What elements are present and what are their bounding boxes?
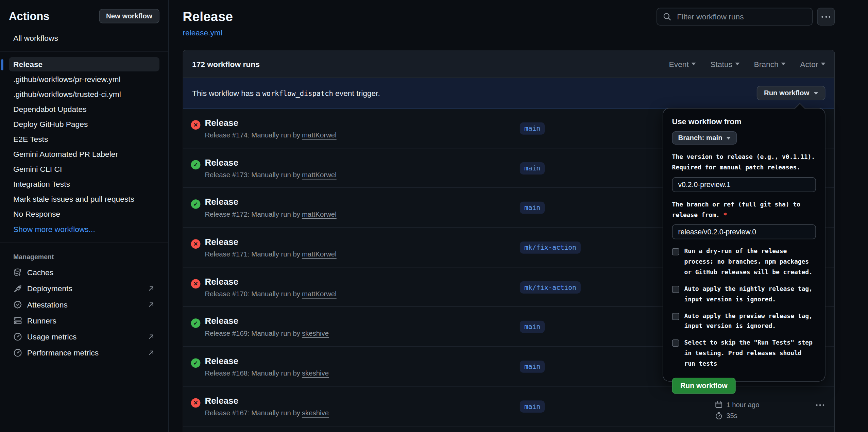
run-actor-link[interactable]: skeshive — [302, 409, 329, 417]
sidebar-management-item[interactable]: Caches — [9, 265, 159, 280]
workflow-file-link[interactable]: release.yml — [183, 28, 233, 37]
sidebar-workflow-item[interactable]: Gemini Automated PR Labeler — [9, 147, 159, 161]
page-title: Release — [183, 9, 233, 24]
sidebar-management-item[interactable]: Attestations — [9, 297, 159, 313]
dialog-checkbox-row[interactable]: Auto apply the preview release tag, inpu… — [672, 311, 816, 332]
sidebar-workflow-item[interactable]: Gemini CLI CI — [9, 162, 159, 176]
run-actor-link[interactable]: skeshive — [302, 369, 329, 377]
run-title-link[interactable]: Release — [205, 356, 238, 366]
external-link-icon — [147, 349, 155, 357]
filter-runs-searchbox[interactable] — [657, 8, 813, 26]
status-success-icon: ✓ — [191, 319, 201, 328]
sidebar-workflow-item[interactable]: E2E Tests — [9, 132, 159, 146]
status-success-icon: ✓ — [191, 160, 201, 169]
show-more-workflows-link[interactable]: Show more workflows... — [9, 221, 159, 237]
run-actor-link[interactable]: mattKorwel — [302, 290, 337, 298]
run-actor-link[interactable]: mattKorwel — [302, 211, 337, 218]
run-title-link[interactable]: Release — [205, 237, 238, 247]
sidebar-workflow-item[interactable]: .github/workflows/trusted-ci.yml — [9, 87, 159, 101]
checkbox[interactable] — [672, 313, 679, 320]
management-nav-list: Caches Deployments — [9, 265, 159, 361]
sidebar-management-item[interactable]: Runners — [9, 313, 159, 329]
run-description: Release #169: Manually run byskeshive — [205, 330, 329, 337]
sidebar-workflow-item[interactable]: Integration Tests — [9, 177, 159, 191]
new-workflow-button[interactable]: New workflow — [99, 9, 159, 23]
version-input[interactable] — [672, 177, 816, 192]
sidebar-workflow-item[interactable]: Release — [9, 57, 159, 71]
run-workflow-dropdown-button[interactable]: Run workflow — [757, 86, 826, 100]
rocket-icon — [13, 284, 22, 293]
run-actor-link[interactable]: mattKorwel — [302, 171, 337, 179]
event-code: workflow_dispatch — [262, 89, 333, 97]
run-actor-link[interactable]: mattKorwel — [302, 250, 337, 258]
checkbox[interactable] — [672, 340, 679, 347]
run-title-link[interactable]: Release — [205, 316, 238, 326]
branch-badge[interactable]: mk/fix-action — [520, 281, 581, 294]
chevron-down-icon — [726, 136, 731, 139]
external-link-icon — [147, 333, 155, 341]
runs-list-header: 172 workflow runs Event Status — [183, 50, 834, 78]
checkbox[interactable] — [672, 286, 679, 293]
sidebar-management-item[interactable]: Deployments — [9, 281, 159, 296]
run-workflow-submit-button[interactable]: Run workflow — [672, 378, 736, 394]
run-description: Release #174: Manually run bymattKorwel — [205, 131, 336, 139]
filter-dropdown[interactable]: Event — [669, 60, 696, 68]
run-description: Release #171: Manually run bymattKorwel — [205, 250, 336, 258]
filter-dropdown[interactable]: Branch — [754, 60, 786, 68]
branch-badge[interactable]: mk/fix-action — [520, 242, 581, 254]
sidebar-workflow-item[interactable]: .github/workflows/pr-review.yml — [9, 72, 159, 86]
stopwatch-icon — [715, 412, 723, 420]
run-title-link[interactable]: Release — [205, 277, 238, 286]
search-icon — [663, 12, 671, 21]
run-title-link[interactable]: Release — [205, 197, 238, 207]
filter-dropdown[interactable]: Status — [710, 60, 739, 68]
meter-icon — [13, 348, 22, 357]
branch-badge[interactable]: main — [520, 202, 545, 214]
branch-badge[interactable]: main — [520, 400, 545, 413]
runs-count: 172 workflow runs — [192, 60, 260, 68]
run-actor-link[interactable]: skeshive — [302, 330, 329, 337]
branch-badge[interactable]: main — [520, 321, 545, 333]
dialog-checkbox-row[interactable]: Run a dry-run of the release process; no… — [672, 247, 816, 278]
run-description: Release #173: Manually run bymattKorwel — [205, 171, 336, 179]
run-description: Release #170: Manually run bymattKorwel — [205, 290, 336, 298]
meter-icon — [13, 332, 22, 341]
sidebar-management-item[interactable]: Usage metrics — [9, 329, 159, 345]
dialog-checkbox-row[interactable]: Select to skip the "Run Tests" step in t… — [672, 338, 816, 369]
branch-badge[interactable]: main — [520, 361, 545, 373]
sidebar-workflow-item[interactable]: Deploy GitHub Pages — [9, 117, 159, 131]
dialog-checkbox-row[interactable]: Auto apply the nightly release tag, inpu… — [672, 284, 816, 305]
sidebar-management-item[interactable]: Performance metrics — [9, 345, 159, 361]
cache-icon — [13, 268, 22, 277]
run-description: Release #168: Manually run byskeshive — [205, 369, 329, 377]
branch-selector-button[interactable]: Branch: main — [672, 131, 737, 145]
filter-dropdown[interactable]: Actor — [800, 60, 825, 68]
chevron-down-icon — [781, 63, 786, 65]
sidebar-workflow-item[interactable]: Dependabot Updates — [9, 102, 159, 116]
sidebar-workflow-item[interactable]: No Response — [9, 206, 159, 221]
branch-badge[interactable]: main — [520, 122, 545, 135]
branch-badge[interactable]: main — [520, 162, 545, 175]
actions-sidebar: Actions New workflow All workflows Relea… — [0, 0, 169, 432]
run-title-link[interactable]: Release — [205, 158, 238, 167]
workflow-dispatch-banner: This workflow has a workflow_dispatch ev… — [183, 78, 834, 109]
run-description: Release #167: Manually run byskeshive — [205, 409, 329, 417]
ref-input[interactable] — [672, 224, 816, 239]
chevron-down-icon — [692, 63, 696, 65]
run-title-link[interactable]: Release — [205, 396, 238, 405]
sidebar-workflow-item[interactable]: Mark stale issues and pull requests — [9, 192, 159, 206]
chevron-down-icon — [735, 63, 739, 65]
dialog-title: Use workflow from — [672, 117, 816, 126]
external-link-icon — [147, 285, 155, 293]
run-actor-link[interactable]: mattKorwel — [302, 131, 337, 139]
checkbox[interactable] — [672, 248, 679, 255]
sidebar-divider — [0, 243, 168, 243]
run-menu-button[interactable] — [815, 404, 825, 406]
sidebar-item-all-workflows[interactable]: All workflows — [9, 31, 159, 45]
external-link-icon — [147, 301, 155, 309]
filter-runs-input[interactable] — [676, 12, 806, 21]
workflow-kebab-menu-button[interactable] — [817, 8, 835, 26]
run-title-link[interactable]: Release — [205, 118, 238, 128]
dialog-checkboxes: Run a dry-run of the release process; no… — [672, 247, 816, 370]
run-workflow-dialog: Use workflow from Branch: main The versi… — [663, 108, 826, 381]
